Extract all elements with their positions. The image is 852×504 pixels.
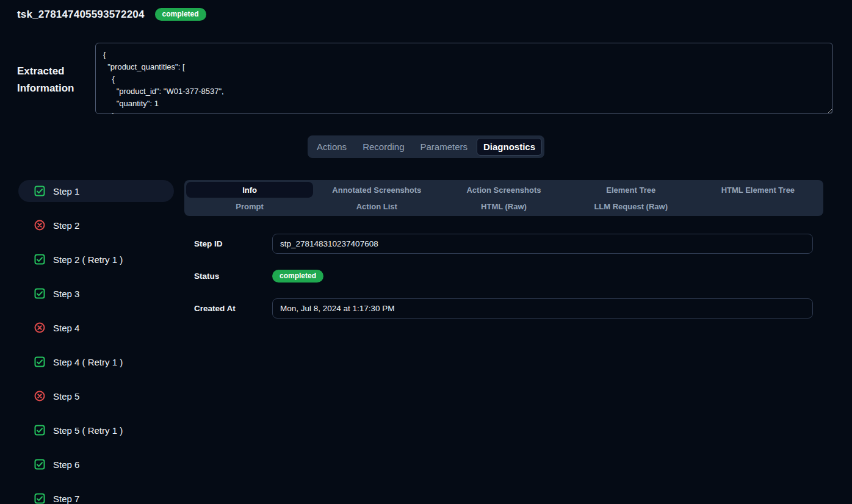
step-list-item-2[interactable]: Step 2 <box>18 214 174 236</box>
task-id-title: tsk_278147405593572204 <box>17 9 145 21</box>
status-label: Status <box>194 272 272 281</box>
subtab-element-tree[interactable]: Element Tree <box>568 182 695 198</box>
step-list-item-4-retry-1[interactable]: Step 4 ( Retry 1 ) <box>18 351 174 373</box>
content-area: Step 1 Step 2 Step 2 ( Retry 1 ) Step 3 <box>0 180 852 504</box>
step-list-item-7[interactable]: Step 7 <box>18 488 174 504</box>
step-label: Step 2 ( Retry 1 ) <box>53 254 123 265</box>
checkbox-check-icon <box>34 356 45 367</box>
step-list-item-4[interactable]: Step 4 <box>18 317 174 339</box>
step-info-form: Step ID stp_278148310237407608 Status co… <box>184 234 823 319</box>
step-list-item-3[interactable]: Step 3 <box>18 283 174 304</box>
tab-actions[interactable]: Actions <box>310 138 353 156</box>
tab-diagnostics[interactable]: Diagnostics <box>477 138 542 156</box>
page-header: tsk_278147405593572204 completed <box>0 0 852 21</box>
diagnostics-panel: Info Annotated Screenshots Action Screen… <box>184 180 823 504</box>
subtab-spacer <box>695 198 821 214</box>
subtab-llm-request-raw[interactable]: LLM Request (Raw) <box>568 198 695 214</box>
step-label: Step 5 ( Retry 1 ) <box>53 425 123 436</box>
subtab-action-list[interactable]: Action List <box>313 198 440 214</box>
step-label: Step 2 <box>53 220 79 231</box>
main-tab-bar: Actions Recording Parameters Diagnostics <box>308 135 544 158</box>
checkbox-check-icon <box>34 185 45 196</box>
step-list-item-2-retry-1[interactable]: Step 2 ( Retry 1 ) <box>18 248 174 270</box>
circle-x-icon <box>34 322 45 333</box>
created-at-row: Created At Mon, Jul 8, 2024 at 1:17:30 P… <box>194 298 813 319</box>
step-label: Step 4 <box>53 323 79 333</box>
circle-x-icon <box>34 391 45 401</box>
step-id-label: Step ID <box>194 239 272 248</box>
step-status-badge: completed <box>272 270 323 283</box>
checkbox-check-icon <box>34 425 45 436</box>
extracted-information-textarea[interactable]: { "product_quantities": [ { "product_id"… <box>95 43 833 114</box>
subtab-action-screenshots[interactable]: Action Screenshots <box>440 182 567 198</box>
checkbox-check-icon <box>34 288 45 299</box>
status-row: Status completed <box>194 266 813 286</box>
step-list-item-5[interactable]: Step 5 <box>18 385 174 407</box>
tab-parameters[interactable]: Parameters <box>414 138 475 156</box>
extracted-information-section: Extracted Information { "product_quantit… <box>0 43 852 114</box>
subtab-prompt[interactable]: Prompt <box>186 198 313 214</box>
step-list-item-5-retry-1[interactable]: Step 5 ( Retry 1 ) <box>18 419 174 441</box>
checkbox-check-icon <box>34 493 45 504</box>
step-id-input[interactable]: stp_278148310237407608 <box>272 234 813 254</box>
step-list-item-6[interactable]: Step 6 <box>18 453 174 475</box>
diagnostics-sub-tab-bar: Info Annotated Screenshots Action Screen… <box>184 180 823 216</box>
step-id-row: Step ID stp_278148310237407608 <box>194 234 813 254</box>
circle-x-icon <box>34 220 45 231</box>
step-label: Step 6 <box>53 459 79 470</box>
created-at-input[interactable]: Mon, Jul 8, 2024 at 1:17:30 PM <box>272 298 813 319</box>
task-status-badge: completed <box>155 8 206 21</box>
subtab-html-element-tree[interactable]: HTML Element Tree <box>695 182 821 198</box>
extracted-information-label: Extracted Information <box>17 43 95 114</box>
step-label: Step 1 <box>53 186 79 196</box>
step-label: Step 4 ( Retry 1 ) <box>53 357 123 367</box>
checkbox-check-icon <box>34 459 45 470</box>
subtab-annotated-screenshots[interactable]: Annotated Screenshots <box>313 182 440 198</box>
checkbox-check-icon <box>34 254 45 265</box>
tab-recording[interactable]: Recording <box>356 138 411 156</box>
step-label: Step 5 <box>53 391 79 401</box>
step-list: Step 1 Step 2 Step 2 ( Retry 1 ) Step 3 <box>18 180 174 504</box>
subtab-html-raw[interactable]: HTML (Raw) <box>440 198 567 214</box>
step-list-item-1[interactable]: Step 1 <box>18 180 174 202</box>
step-label: Step 7 <box>53 494 79 504</box>
subtab-info[interactable]: Info <box>186 182 313 198</box>
created-at-label: Created At <box>194 304 272 313</box>
step-label: Step 3 <box>53 289 79 299</box>
